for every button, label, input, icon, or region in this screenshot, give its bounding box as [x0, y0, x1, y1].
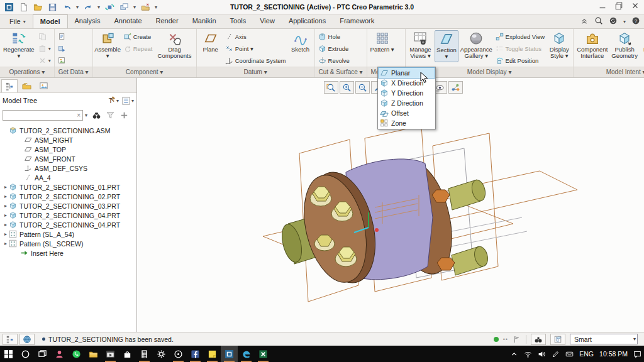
- taskbar-cortana-button[interactable]: [17, 346, 34, 362]
- open-file-button[interactable]: [31, 1, 44, 13]
- redo-dropdown-icon[interactable]: ▾: [96, 4, 101, 10]
- clear-search-icon[interactable]: ×: [77, 112, 82, 119]
- tray-action-center-icon[interactable]: [633, 350, 641, 358]
- expander-icon[interactable]: ▸: [3, 222, 9, 228]
- edit-position-button[interactable]: Edit Position: [494, 55, 547, 66]
- zoom-out-button[interactable]: [355, 81, 370, 94]
- tray-keyboard-icon[interactable]: [565, 350, 574, 358]
- taskbar-edge-button[interactable]: [238, 346, 255, 362]
- image-tab-tab[interactable]: [35, 79, 52, 92]
- taskbar-settings-gear-button[interactable]: [153, 346, 170, 362]
- new-file-button[interactable]: [17, 1, 30, 13]
- window-manage-dropdown-icon[interactable]: ▾: [132, 4, 137, 10]
- customize-quick-access-icon[interactable]: ▾: [153, 4, 158, 10]
- expander-icon[interactable]: ▸: [3, 194, 9, 199]
- taskbar-disc-button[interactable]: [170, 346, 187, 362]
- group-label-datum[interactable]: Datum ▾: [197, 67, 314, 77]
- paste-button[interactable]: ▾: [37, 43, 52, 54]
- expander-icon[interactable]: ▸: [3, 212, 9, 218]
- tray-wifi-icon[interactable]: [524, 350, 532, 358]
- redo-button[interactable]: [82, 1, 94, 13]
- group-label-get-data[interactable]: Get Data ▾: [55, 67, 92, 77]
- tree-item-tutor-2-sectioning-04-prt[interactable]: ▸TUTOR_2_SECTIONING_04.PRT: [0, 211, 136, 220]
- group-label-operations[interactable]: Operations ▾: [0, 67, 54, 77]
- regen-qa-button[interactable]: [103, 1, 116, 13]
- taskbar-facebook-button[interactable]: [187, 346, 204, 362]
- menu-item-zone[interactable]: Zone: [379, 118, 435, 128]
- orientations-button[interactable]: [448, 81, 463, 94]
- filter-dropdown[interactable]: Smart▾: [570, 334, 638, 344]
- minimize-button[interactable]: [597, 1, 608, 10]
- tree-item-aa-4[interactable]: AA_4: [0, 173, 136, 182]
- hole-button[interactable]: Hole: [317, 31, 351, 42]
- tab-framework[interactable]: Framework: [333, 14, 381, 28]
- flag-icon[interactable]: [513, 335, 521, 344]
- taskbar-explorer-button[interactable]: [85, 346, 102, 362]
- regenerate-button[interactable]: Regenerate ▾: [2, 30, 36, 61]
- family-table-button[interactable]: Family Table: [640, 30, 644, 61]
- tree-list-icon[interactable]: [121, 96, 131, 106]
- tree-search-input[interactable]: [3, 111, 77, 120]
- tree-item-tutor-2-sectioning-02-prt[interactable]: ▸TUTOR_2_SECTIONING_02.PRT: [0, 192, 136, 201]
- tree-item-pattern-sl-screw[interactable]: ▸Pattern (SL_SCREW): [0, 239, 136, 248]
- repeat-button[interactable]: Repeat: [122, 43, 154, 54]
- tree-item-tutor-2-sectioning-asm[interactable]: TUTOR_2_SECTIONING.ASM: [0, 126, 136, 135]
- undo-button[interactable]: [60, 1, 73, 13]
- tree-item-asm-right[interactable]: ASM_RIGHT: [0, 135, 136, 145]
- tab-applications[interactable]: Applications: [282, 14, 333, 28]
- taskbar-store-button[interactable]: [119, 346, 136, 362]
- getdata3-button[interactable]: [57, 55, 67, 66]
- axis-button[interactable]: Axis: [224, 31, 287, 42]
- undo-dropdown-icon[interactable]: ▾: [75, 4, 80, 10]
- help-button[interactable]: ?: [631, 16, 640, 26]
- plus-button[interactable]: [119, 111, 129, 120]
- app-logo-button[interactable]: [3, 1, 15, 13]
- point-button[interactable]: Point ▾: [224, 43, 287, 54]
- tree-item-asm-top[interactable]: ASM_TOP: [0, 145, 136, 154]
- drag-components-button[interactable]: Drag Components: [155, 30, 194, 61]
- appearance-gallery-button[interactable]: Appearance Gallery ▾: [460, 30, 493, 61]
- assemble-button[interactable]: Assemble ▾: [95, 30, 121, 61]
- taskbar-movies-button[interactable]: [102, 346, 119, 362]
- close-folder-button[interactable]: [139, 1, 152, 13]
- create-button[interactable]: Create: [122, 31, 154, 42]
- publish-geometry-button[interactable]: Publish Geometry: [610, 30, 639, 61]
- tree-item-pattern-sl-a-54[interactable]: ▸Pattern (SL_A_54): [0, 229, 136, 239]
- taskbar-creo-button[interactable]: [221, 346, 238, 362]
- sync-sphere-dropdown-icon[interactable]: ▾: [623, 19, 626, 25]
- section-button[interactable]: Section ▾: [435, 30, 458, 62]
- tree-item-tutor-2-sectioning-01-prt[interactable]: ▸TUTOR_2_SECTIONING_01.PRT: [0, 182, 136, 192]
- tree-settings-icon[interactable]: T: [106, 96, 116, 106]
- window-manage-button[interactable]: [118, 1, 130, 13]
- tree-settings-dropdown-icon[interactable]: ▾: [116, 98, 119, 104]
- delete-button[interactable]: ▾: [37, 55, 52, 66]
- find-binoculars-button[interactable]: [531, 334, 546, 345]
- tab-manikin[interactable]: Manikin: [186, 14, 223, 28]
- expander-icon[interactable]: ▸: [3, 203, 9, 209]
- close-button[interactable]: [630, 1, 640, 10]
- tree-toggle-button[interactable]: [3, 334, 18, 345]
- revolve-button[interactable]: Revolve: [317, 55, 351, 66]
- globe-button[interactable]: [19, 334, 35, 345]
- sync-sphere-button[interactable]: [609, 16, 618, 26]
- tree-item-insert-here[interactable]: Insert Here: [0, 248, 136, 258]
- funnel-button[interactable]: [106, 111, 115, 120]
- taskbar-start-button[interactable]: [0, 346, 17, 362]
- tree-list-dropdown-icon[interactable]: ▾: [131, 98, 134, 104]
- tab-file[interactable]: File▾: [3, 14, 33, 28]
- tab-analysis[interactable]: Analysis: [68, 14, 108, 28]
- taskbar-taskview-button[interactable]: [34, 346, 51, 362]
- expander-icon[interactable]: ▸: [3, 241, 9, 246]
- tray-language[interactable]: ENG: [579, 350, 594, 358]
- menu-item-z-direction[interactable]: Z Direction: [379, 98, 435, 108]
- collapse-ribbon-button[interactable]: [580, 16, 589, 26]
- tab-tools[interactable]: Tools: [223, 14, 253, 28]
- taskbar-whatsapp-button[interactable]: [68, 346, 85, 362]
- folder-tab-tab[interactable]: [18, 79, 35, 92]
- sketch-button[interactable]: Sketch: [289, 30, 313, 54]
- getdata1-button[interactable]: [57, 31, 67, 42]
- tray-clock[interactable]: 10:58 PM: [599, 350, 628, 358]
- getdata2-button[interactable]: [57, 43, 67, 54]
- zoom-region-button[interactable]: [324, 81, 338, 94]
- tree-item-asm-front[interactable]: ASM_FRONT: [0, 154, 136, 163]
